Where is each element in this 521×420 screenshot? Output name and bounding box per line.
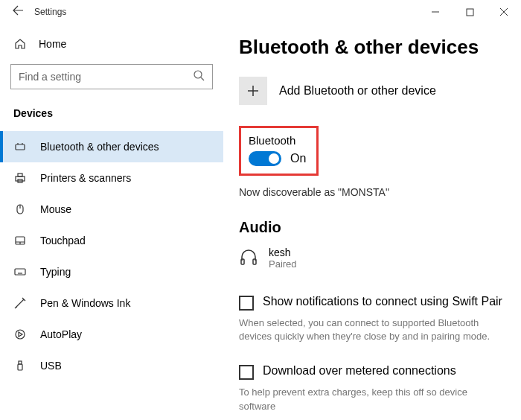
search-input[interactable]: [19, 71, 193, 83]
minimize-button[interactable]: [418, 0, 453, 24]
keyboard-icon: [13, 265, 27, 279]
sidebar-item-usb[interactable]: USB: [0, 350, 223, 381]
home-icon: [13, 37, 27, 51]
metered-label: Download over metered connections: [263, 364, 456, 378]
sidebar-item-label: Mouse: [40, 203, 71, 215]
svg-point-1: [194, 71, 202, 78]
metered-help: To help prevent extra charges, keep this…: [239, 386, 503, 413]
svg-rect-3: [16, 176, 25, 181]
add-device-label: Add Bluetooth or other device: [279, 84, 436, 98]
titlebar: Settings: [0, 0, 521, 24]
bluetooth-label: Bluetooth: [249, 134, 306, 147]
search-box[interactable]: [10, 64, 213, 89]
sidebar-item-label: Bluetooth & other devices: [40, 141, 159, 153]
swift-pair-row[interactable]: Show notifications to connect using Swif…: [239, 295, 503, 311]
bluetooth-icon: [13, 140, 27, 153]
sidebar-item-pen[interactable]: Pen & Windows Ink: [0, 287, 223, 319]
sidebar-item-printers[interactable]: Printers & scanners: [0, 162, 223, 194]
audio-device-row[interactable]: kesh Paired: [239, 246, 503, 270]
sidebar-item-label: Touchpad: [40, 235, 86, 246]
sidebar-item-mouse[interactable]: Mouse: [0, 194, 223, 225]
svg-rect-13: [253, 259, 256, 264]
sidebar-item-label: USB: [40, 360, 62, 372]
device-status: Paired: [269, 258, 297, 270]
window-title: Settings: [34, 7, 66, 17]
page-title: Bluetooth & other devices: [239, 36, 503, 59]
svg-rect-11: [19, 361, 22, 364]
discoverable-text: Now discoverable as "MONSTA": [239, 186, 503, 198]
search-icon: [193, 69, 205, 84]
audio-heading: Audio: [239, 219, 503, 236]
svg-rect-10: [18, 364, 22, 370]
swift-pair-help: When selected, you can connect to suppor…: [239, 316, 503, 343]
svg-rect-5: [18, 174, 22, 176]
svg-rect-2: [16, 144, 25, 150]
add-device-row[interactable]: Add Bluetooth or other device: [239, 77, 503, 105]
back-icon[interactable]: [12, 4, 24, 19]
headphones-icon: [239, 247, 258, 270]
sidebar-item-label: Typing: [40, 266, 71, 278]
home-link[interactable]: Home: [0, 30, 223, 58]
svg-point-9: [16, 330, 25, 339]
sidebar-item-bluetooth[interactable]: Bluetooth & other devices: [0, 131, 223, 162]
home-label: Home: [39, 38, 66, 50]
autoplay-icon: [13, 328, 27, 341]
mouse-icon: [13, 203, 27, 216]
add-icon: [239, 77, 267, 105]
metered-checkbox[interactable]: [239, 365, 254, 380]
usb-icon: [13, 359, 27, 372]
touchpad-icon: [13, 234, 27, 247]
maximize-button[interactable]: [453, 0, 487, 24]
devices-section-title: Devices: [0, 101, 223, 131]
bluetooth-highlight: Bluetooth On: [239, 126, 319, 176]
device-name: kesh: [269, 246, 297, 258]
svg-rect-0: [467, 9, 473, 16]
sidebar-item-label: AutoPlay: [40, 328, 82, 340]
close-button[interactable]: [487, 0, 521, 24]
sidebar-item-typing[interactable]: Typing: [0, 256, 223, 287]
swift-pair-checkbox[interactable]: [239, 296, 254, 311]
sidebar-item-autoplay[interactable]: AutoPlay: [0, 319, 223, 350]
svg-rect-12: [241, 259, 244, 264]
sidebar-item-label: Pen & Windows Ink: [40, 297, 130, 309]
swift-pair-label: Show notifications to connect using Swif…: [263, 295, 502, 308]
printer-icon: [13, 171, 27, 185]
pen-icon: [13, 296, 27, 310]
sidebar-item-touchpad[interactable]: Touchpad: [0, 225, 223, 256]
sidebar-item-label: Printers & scanners: [40, 172, 131, 184]
bluetooth-toggle[interactable]: [249, 151, 281, 166]
toggle-state-label: On: [290, 152, 306, 165]
svg-rect-8: [15, 269, 25, 275]
metered-row[interactable]: Download over metered connections: [239, 364, 503, 380]
content-area: Bluetooth & other devices Add Bluetooth …: [223, 24, 521, 420]
sidebar: Home Devices Bluetooth & other devices P…: [0, 24, 223, 420]
